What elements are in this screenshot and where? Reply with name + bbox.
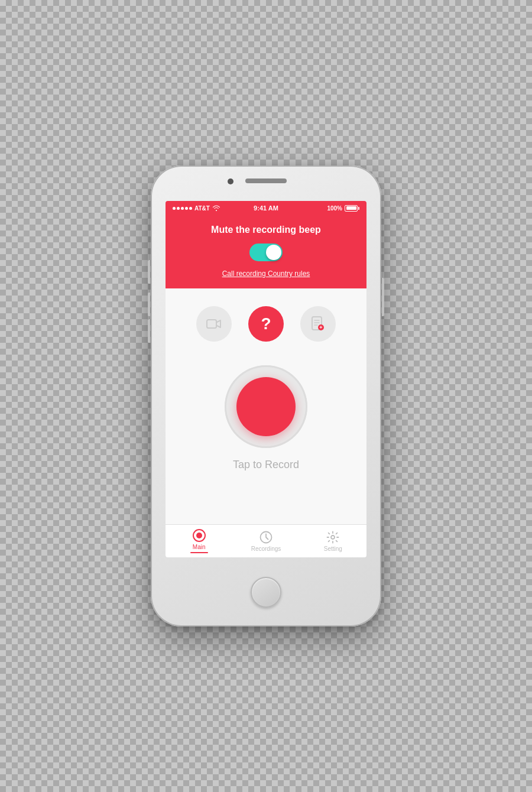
tab-recordings-label: Recordings xyxy=(251,546,281,552)
setting-tab-icon xyxy=(326,531,339,544)
toggle-knob xyxy=(266,245,281,260)
main-tab-dot xyxy=(196,533,202,538)
tab-main-label: Main xyxy=(193,544,206,550)
tab-setting-label: Setting xyxy=(324,546,342,552)
status-bar: AT&T 9:41 AM 100% xyxy=(166,201,366,215)
signal-dot-4 xyxy=(185,207,188,210)
status-left: AT&T xyxy=(173,205,220,212)
toggle-container[interactable] xyxy=(249,244,283,261)
phone-device: AT&T 9:41 AM 100% Mute the r xyxy=(151,165,381,627)
signal-dot-3 xyxy=(181,207,184,210)
tab-recordings[interactable]: Recordings xyxy=(232,525,299,557)
wifi-icon xyxy=(212,205,220,211)
tab-active-indicator xyxy=(190,552,208,553)
battery-fill xyxy=(346,206,356,210)
signal-bars xyxy=(173,207,192,210)
question-mark-icon: ? xyxy=(261,314,271,333)
battery-percent: 100% xyxy=(327,205,342,212)
front-camera xyxy=(228,178,233,184)
home-button[interactable] xyxy=(251,577,281,608)
tab-main[interactable]: Main xyxy=(166,525,232,557)
country-rules-link[interactable]: Call recording Country rules xyxy=(222,270,310,278)
video-button[interactable] xyxy=(196,306,232,342)
record-button[interactable] xyxy=(225,365,307,448)
battery-body xyxy=(345,205,358,212)
tab-bar: Main Recordings Setting xyxy=(166,524,366,557)
record-button-inner xyxy=(236,377,296,436)
mute-toggle[interactable] xyxy=(249,244,283,261)
app-main: ? + Tap to R xyxy=(166,288,366,524)
svg-point-8 xyxy=(331,535,335,539)
svg-rect-0 xyxy=(207,320,216,328)
action-buttons-row: ? + xyxy=(196,306,336,342)
signal-dot-5 xyxy=(189,207,192,210)
phone-top-bar xyxy=(151,165,381,201)
signal-dot-2 xyxy=(177,207,180,210)
document-button[interactable]: + xyxy=(300,306,336,342)
status-right: 100% xyxy=(327,205,359,212)
speaker-grill xyxy=(245,178,287,183)
carrier-label: AT&T xyxy=(194,205,210,212)
svg-text:+: + xyxy=(319,324,322,330)
battery-icon xyxy=(345,205,359,212)
status-time: 9:41 AM xyxy=(254,205,278,212)
help-button[interactable]: ? xyxy=(248,306,284,342)
recordings-tab-icon xyxy=(259,531,273,544)
app-header: Mute the recording beep Call recording C… xyxy=(166,215,366,288)
signal-dot-1 xyxy=(173,207,176,210)
battery-tip xyxy=(358,207,359,210)
phone-screen: AT&T 9:41 AM 100% Mute the r xyxy=(166,201,366,557)
mute-title: Mute the recording beep xyxy=(211,225,321,235)
tap-to-record-label: Tap to Record xyxy=(233,459,299,471)
phone-bottom xyxy=(251,557,281,627)
video-camera-icon xyxy=(206,319,222,329)
main-tab-icon xyxy=(193,529,206,542)
document-icon: + xyxy=(311,316,325,332)
tab-setting[interactable]: Setting xyxy=(300,525,366,557)
